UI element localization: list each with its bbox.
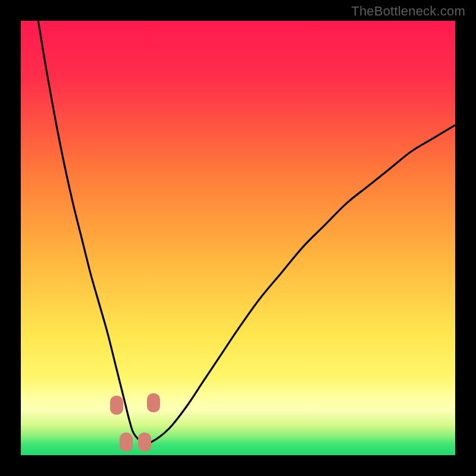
plot-area — [21, 21, 455, 455]
data-marker — [120, 433, 133, 452]
watermark-text: TheBottleneck.com — [351, 4, 465, 19]
data-marker — [147, 393, 160, 412]
background-gradient — [21, 21, 455, 455]
data-marker — [110, 396, 123, 415]
data-marker — [138, 433, 151, 452]
chart-frame: TheBottleneck.com — [0, 0, 476, 476]
svg-rect-0 — [21, 21, 455, 455]
